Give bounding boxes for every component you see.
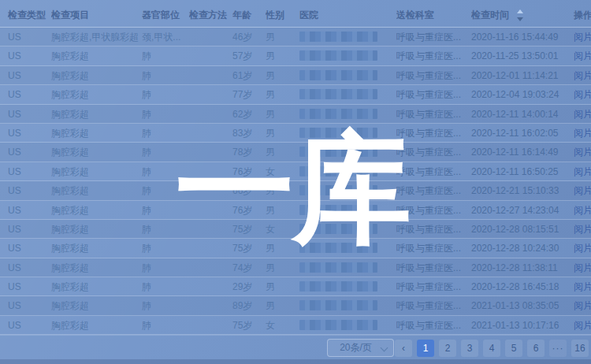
cell-exam-time: 2020-12-11 16:50:25	[471, 162, 572, 181]
view-images-link[interactable]: 阅片	[574, 50, 591, 61]
view-images-link[interactable]: 阅片	[574, 32, 591, 43]
header-cell-exam-item: 检查项目	[51, 4, 139, 27]
cell-department: 呼吸与重症医...	[396, 85, 470, 104]
view-images-link[interactable]: 阅片	[574, 300, 591, 311]
table-row: US 胸腔彩超 肺 75岁 女 呼吸与重症医... 2021-01-13 10:…	[0, 316, 591, 335]
cell-method	[189, 316, 230, 335]
header-cell-department: 送检科室	[396, 4, 470, 27]
cell-exam-time: 2020-12-11 14:00:14	[471, 105, 572, 124]
page-button[interactable]: 6	[527, 340, 545, 357]
cell-organ: 肺	[142, 277, 186, 296]
cell-age: 74岁	[232, 258, 264, 277]
view-images-link[interactable]: 阅片	[574, 147, 591, 158]
cell-action: 阅片	[574, 85, 591, 104]
prev-page-button[interactable]: ‹	[395, 340, 412, 357]
cell-action: 阅片	[574, 124, 591, 143]
page-button[interactable]: 2	[439, 340, 456, 357]
redacted-hospital-name	[299, 205, 377, 215]
cell-exam-type: US	[8, 46, 49, 65]
cell-gender: 男	[266, 239, 296, 258]
cell-gender: 男	[266, 201, 296, 220]
cell-exam-type: US	[8, 277, 49, 296]
page-size-label: 20条/页	[340, 340, 372, 356]
cell-hospital	[299, 220, 394, 239]
table-row: US 胸腔彩超 肺 29岁 男 呼吸与重症医... 2020-12-28 16:…	[0, 277, 591, 296]
cell-gender: 男	[266, 124, 296, 143]
cell-exam-time: 2020-12-11 16:02:05	[471, 124, 572, 143]
cell-action: 阅片	[574, 316, 591, 335]
cell-age: 89岁	[232, 296, 264, 315]
cell-age: 75岁	[232, 239, 264, 258]
cell-exam-time: 2020-12-21 15:10:33	[471, 181, 572, 200]
page-button[interactable]: 1	[417, 340, 434, 357]
cell-exam-item: 胸腔彩超	[51, 85, 139, 104]
ellipsis-page-button[interactable]: ···	[549, 340, 567, 357]
cell-organ: 肺	[142, 239, 186, 258]
cell-method	[189, 296, 230, 315]
view-images-link[interactable]: 阅片	[574, 70, 591, 81]
view-images-link[interactable]: 阅片	[574, 185, 591, 196]
redacted-hospital-name	[299, 281, 377, 292]
sort-carets[interactable]	[517, 9, 525, 22]
cell-action: 阅片	[574, 66, 591, 85]
cell-action: 阅片	[574, 46, 591, 65]
view-images-link[interactable]: 阅片	[574, 166, 591, 177]
cell-age: 76岁	[232, 162, 264, 181]
cell-hospital	[299, 296, 394, 315]
table-row: US 胸腔彩超 肺 89岁 男 呼吸与重症医... 2021-01-13 08:…	[0, 296, 591, 315]
page-button[interactable]: 3	[461, 340, 478, 357]
view-images-link[interactable]: 阅片	[574, 109, 591, 120]
cell-exam-time: 2020-11-16 15:44:49	[471, 28, 572, 46]
cell-age: 66岁	[232, 181, 264, 200]
sort-caret-down-icon[interactable]	[517, 17, 523, 21]
page-button[interactable]: 5	[505, 340, 522, 357]
cell-action: 阅片	[574, 162, 591, 181]
view-images-link[interactable]: 阅片	[574, 224, 591, 235]
view-images-link[interactable]: 阅片	[574, 205, 591, 216]
cell-exam-type: US	[8, 66, 49, 85]
cell-exam-time: 2020-12-28 08:15:51	[471, 220, 572, 239]
cell-gender: 男	[266, 258, 296, 277]
view-images-link[interactable]: 阅片	[574, 262, 591, 273]
page-button[interactable]: 16	[571, 340, 589, 357]
sort-caret-up-icon[interactable]	[517, 9, 523, 13]
cell-exam-item: 胸腔彩超	[51, 181, 139, 200]
header-cell-exam-time[interactable]: 检查时间	[471, 4, 572, 27]
cell-exam-time: 2020-12-27 14:23:04	[471, 201, 572, 220]
cell-organ: 肺	[142, 46, 186, 65]
cell-exam-item: 胸腔彩超	[51, 220, 139, 239]
cell-hospital	[299, 162, 394, 181]
cell-organ: 肺	[142, 258, 186, 277]
redacted-hospital-name	[299, 300, 377, 310]
view-images-link[interactable]: 阅片	[574, 320, 591, 331]
cell-method	[189, 105, 230, 124]
cell-gender: 女	[266, 220, 296, 239]
view-images-link[interactable]: 阅片	[574, 281, 591, 292]
cell-exam-item: 胸腔彩超	[51, 277, 139, 296]
table-row: US 胸腔彩超 肺 66岁 男 呼吸与重症医... 2020-12-21 15:…	[0, 181, 591, 200]
redacted-hospital-name	[299, 89, 377, 99]
cell-action: 阅片	[574, 220, 591, 239]
view-images-link[interactable]: 阅片	[574, 243, 591, 254]
cell-gender: 男	[266, 296, 296, 315]
cell-exam-time: 2020-12-28 11:38:11	[471, 258, 572, 277]
cell-age: 78岁	[232, 143, 264, 162]
cell-exam-item: 胸腔彩超	[51, 316, 139, 335]
cell-hospital	[299, 105, 394, 124]
cell-exam-type: US	[8, 105, 49, 124]
cell-action: 阅片	[574, 277, 591, 296]
cell-department: 呼吸与重症医...	[396, 28, 470, 46]
cell-action: 阅片	[574, 296, 591, 315]
cell-exam-type: US	[8, 296, 49, 315]
page-size-select[interactable]: 20条/页	[327, 339, 394, 357]
redacted-hospital-name	[299, 147, 377, 157]
cell-organ: 肺	[142, 124, 186, 143]
cell-exam-type: US	[8, 220, 49, 239]
table-row: US 胸腔彩超 肺 76岁 女 呼吸与重症医... 2020-12-11 16:…	[0, 162, 591, 181]
table-row: US 胸腔彩超 肺 78岁 男 呼吸与重症医... 2020-12-11 16:…	[0, 143, 591, 162]
cell-hospital	[299, 258, 394, 277]
view-images-link[interactable]: 阅片	[574, 128, 591, 139]
header-cell-age: 年龄	[232, 4, 264, 27]
page-button[interactable]: 4	[483, 340, 500, 357]
view-images-link[interactable]: 阅片	[574, 89, 591, 100]
